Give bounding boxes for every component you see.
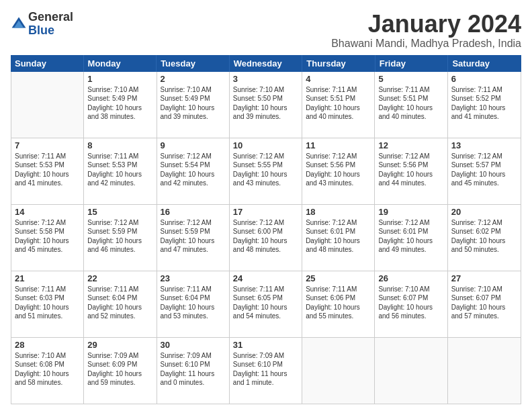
calendar-row: 1Sunrise: 7:10 AM Sunset: 5:49 PM Daylig… <box>11 72 521 138</box>
calendar-cell-17: 17Sunrise: 7:12 AM Sunset: 6:00 PM Dayli… <box>230 205 302 271</box>
day-number: 13 <box>451 140 517 150</box>
calendar-cell-13: 13Sunrise: 7:12 AM Sunset: 5:57 PM Dayli… <box>448 138 521 204</box>
calendar-cell-empty <box>302 338 375 404</box>
day-info: Sunrise: 7:12 AM Sunset: 6:01 PM Dayligh… <box>378 218 443 255</box>
calendar-cell-26: 26Sunrise: 7:10 AM Sunset: 6:07 PM Dayli… <box>375 271 447 337</box>
day-header-friday: Friday <box>375 55 449 72</box>
day-number: 8 <box>87 140 152 150</box>
day-info: Sunrise: 7:10 AM Sunset: 6:07 PM Dayligh… <box>378 285 443 321</box>
day-number: 25 <box>306 273 371 283</box>
calendar-cell-3: 3Sunrise: 7:10 AM Sunset: 5:50 PM Daylig… <box>230 72 302 138</box>
day-info: Sunrise: 7:09 AM Sunset: 6:10 PM Dayligh… <box>161 351 226 387</box>
day-info: Sunrise: 7:11 AM Sunset: 5:52 PM Dayligh… <box>451 85 517 122</box>
day-info: Sunrise: 7:10 AM Sunset: 6:08 PM Dayligh… <box>15 351 80 387</box>
calendar-cell-7: 7Sunrise: 7:11 AM Sunset: 5:53 PM Daylig… <box>11 138 84 204</box>
day-info: Sunrise: 7:12 AM Sunset: 6:00 PM Dayligh… <box>233 218 298 255</box>
calendar-cell-31: 31Sunrise: 7:09 AM Sunset: 6:10 PM Dayli… <box>230 338 302 404</box>
day-number: 16 <box>161 207 226 217</box>
calendar-cell-24: 24Sunrise: 7:11 AM Sunset: 6:05 PM Dayli… <box>230 271 302 337</box>
day-number: 21 <box>15 273 80 283</box>
calendar-cell-19: 19Sunrise: 7:12 AM Sunset: 6:01 PM Dayli… <box>375 205 447 271</box>
calendar-row: 7Sunrise: 7:11 AM Sunset: 5:53 PM Daylig… <box>11 138 521 205</box>
day-number: 24 <box>233 273 298 283</box>
calendar-cell-1: 1Sunrise: 7:10 AM Sunset: 5:49 PM Daylig… <box>84 72 157 138</box>
day-info: Sunrise: 7:11 AM Sunset: 5:53 PM Dayligh… <box>87 152 152 188</box>
day-info: Sunrise: 7:12 AM Sunset: 6:01 PM Dayligh… <box>306 218 371 255</box>
day-header-thursday: Thursday <box>302 55 375 72</box>
calendar-header: SundayMondayTuesdayWednesdayThursdayFrid… <box>11 55 521 72</box>
calendar-cell-14: 14Sunrise: 7:12 AM Sunset: 5:58 PM Dayli… <box>11 205 84 271</box>
day-info: Sunrise: 7:12 AM Sunset: 5:57 PM Dayligh… <box>451 152 517 188</box>
calendar-row: 14Sunrise: 7:12 AM Sunset: 5:58 PM Dayli… <box>11 205 521 271</box>
calendar-cell-28: 28Sunrise: 7:10 AM Sunset: 6:08 PM Dayli… <box>11 338 84 404</box>
day-info: Sunrise: 7:11 AM Sunset: 5:51 PM Dayligh… <box>306 85 371 122</box>
calendar-cell-18: 18Sunrise: 7:12 AM Sunset: 6:01 PM Dayli… <box>302 205 375 271</box>
calendar-cell-10: 10Sunrise: 7:12 AM Sunset: 5:55 PM Dayli… <box>230 138 302 204</box>
day-header-monday: Monday <box>84 55 157 72</box>
day-header-tuesday: Tuesday <box>157 55 230 72</box>
day-info: Sunrise: 7:10 AM Sunset: 5:49 PM Dayligh… <box>161 85 226 122</box>
day-number: 30 <box>161 340 226 350</box>
calendar: SundayMondayTuesdayWednesdayThursdayFrid… <box>11 55 521 404</box>
day-number: 20 <box>451 207 517 217</box>
day-info: Sunrise: 7:11 AM Sunset: 5:53 PM Dayligh… <box>15 152 80 188</box>
day-number: 28 <box>15 340 80 350</box>
calendar-cell-22: 22Sunrise: 7:11 AM Sunset: 6:04 PM Dayli… <box>84 271 157 337</box>
day-number: 4 <box>306 74 371 84</box>
day-number: 26 <box>378 273 443 283</box>
calendar-cell-27: 27Sunrise: 7:10 AM Sunset: 6:07 PM Dayli… <box>448 271 521 337</box>
calendar-cell-23: 23Sunrise: 7:11 AM Sunset: 6:04 PM Dayli… <box>157 271 230 337</box>
calendar-cell-8: 8Sunrise: 7:11 AM Sunset: 5:53 PM Daylig… <box>84 138 157 204</box>
day-info: Sunrise: 7:12 AM Sunset: 5:56 PM Dayligh… <box>306 152 371 188</box>
calendar-row: 21Sunrise: 7:11 AM Sunset: 6:03 PM Dayli… <box>11 271 521 338</box>
calendar-cell-25: 25Sunrise: 7:11 AM Sunset: 6:06 PM Dayli… <box>302 271 375 337</box>
day-number: 15 <box>87 207 152 217</box>
calendar-cell-5: 5Sunrise: 7:11 AM Sunset: 5:51 PM Daylig… <box>375 72 447 138</box>
logo: General Blue <box>11 11 73 38</box>
day-number: 11 <box>306 140 371 150</box>
logo-icon <box>11 16 27 32</box>
calendar-cell-empty <box>448 338 521 404</box>
day-info: Sunrise: 7:11 AM Sunset: 6:06 PM Dayligh… <box>306 285 371 321</box>
calendar-body: 1Sunrise: 7:10 AM Sunset: 5:49 PM Daylig… <box>11 72 521 404</box>
logo-blue: Blue <box>28 24 73 38</box>
calendar-cell-20: 20Sunrise: 7:12 AM Sunset: 6:02 PM Dayli… <box>448 205 521 271</box>
location: Bhawani Mandi, Madhya Pradesh, India <box>331 38 521 50</box>
day-number: 14 <box>15 207 80 217</box>
day-number: 18 <box>306 207 371 217</box>
calendar-cell-12: 12Sunrise: 7:12 AM Sunset: 5:56 PM Dayli… <box>375 138 447 204</box>
day-info: Sunrise: 7:11 AM Sunset: 6:03 PM Dayligh… <box>15 285 80 321</box>
day-info: Sunrise: 7:10 AM Sunset: 5:50 PM Dayligh… <box>233 85 298 122</box>
calendar-cell-21: 21Sunrise: 7:11 AM Sunset: 6:03 PM Dayli… <box>11 271 84 337</box>
calendar-cell-2: 2Sunrise: 7:10 AM Sunset: 5:49 PM Daylig… <box>157 72 230 138</box>
day-header-wednesday: Wednesday <box>230 55 303 72</box>
header: General Blue January 2024 Bhawani Mandi,… <box>11 11 521 50</box>
calendar-cell-empty <box>375 338 447 404</box>
day-info: Sunrise: 7:11 AM Sunset: 6:05 PM Dayligh… <box>233 285 298 321</box>
day-number: 2 <box>161 74 226 84</box>
day-info: Sunrise: 7:09 AM Sunset: 6:10 PM Dayligh… <box>233 351 298 387</box>
day-info: Sunrise: 7:11 AM Sunset: 6:04 PM Dayligh… <box>161 285 226 321</box>
calendar-cell-16: 16Sunrise: 7:12 AM Sunset: 5:59 PM Dayli… <box>157 205 230 271</box>
calendar-cell-empty <box>11 72 84 138</box>
calendar-cell-11: 11Sunrise: 7:12 AM Sunset: 5:56 PM Dayli… <box>302 138 375 204</box>
day-info: Sunrise: 7:12 AM Sunset: 5:58 PM Dayligh… <box>15 218 80 255</box>
day-number: 27 <box>451 273 517 283</box>
day-number: 17 <box>233 207 298 217</box>
calendar-cell-4: 4Sunrise: 7:11 AM Sunset: 5:51 PM Daylig… <box>302 72 375 138</box>
day-info: Sunrise: 7:12 AM Sunset: 5:55 PM Dayligh… <box>233 152 298 188</box>
month-title: January 2024 <box>331 11 521 38</box>
day-number: 29 <box>87 340 152 350</box>
day-info: Sunrise: 7:12 AM Sunset: 6:02 PM Dayligh… <box>451 218 517 255</box>
day-number: 12 <box>378 140 443 150</box>
logo-general: General <box>28 11 73 24</box>
day-info: Sunrise: 7:12 AM Sunset: 5:59 PM Dayligh… <box>161 218 226 255</box>
day-number: 1 <box>87 74 152 84</box>
day-number: 7 <box>15 140 80 150</box>
day-header-saturday: Saturday <box>448 55 521 72</box>
day-header-sunday: Sunday <box>11 55 84 72</box>
day-number: 23 <box>161 273 226 283</box>
page: General Blue January 2024 Bhawani Mandi,… <box>0 0 532 411</box>
day-number: 6 <box>451 74 517 84</box>
calendar-cell-30: 30Sunrise: 7:09 AM Sunset: 6:10 PM Dayli… <box>157 338 230 404</box>
